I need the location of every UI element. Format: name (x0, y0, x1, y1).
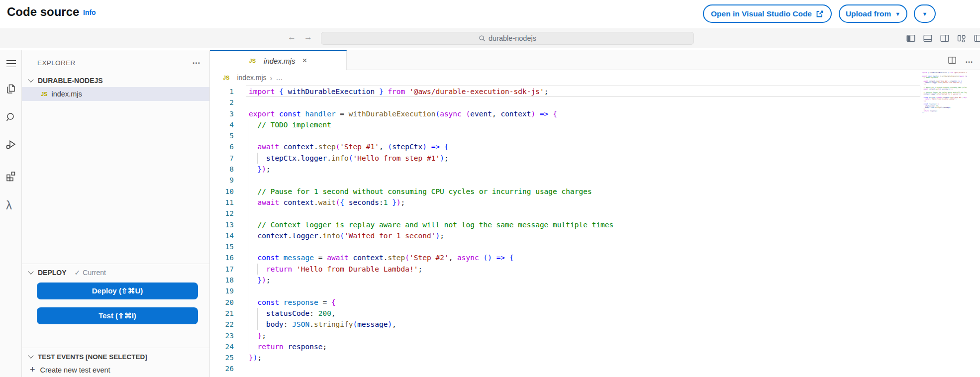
aws-lambda-icon[interactable]: λ (6, 199, 18, 211)
code-line: body: JSON.stringify(message), (249, 319, 613, 330)
explorer-title: EXPLORER (37, 59, 76, 67)
line-number: 10 (210, 186, 234, 197)
test-events-section-header[interactable]: TEST EVENTS [NONE SELECTED] (22, 351, 209, 363)
chevron-down-icon (28, 269, 33, 274)
fullscreen-icon[interactable] (973, 33, 980, 44)
editor-more-actions-icon[interactable]: … (965, 56, 973, 65)
code-line (922, 113, 967, 115)
command-center-text: durable-nodejs (489, 34, 536, 42)
code-line: await context.wait({ seconds:1 }); (249, 197, 613, 208)
explorer-more-icon[interactable]: … (192, 56, 200, 66)
menu-icon[interactable] (6, 58, 16, 70)
code-line: export const handler = withDurableExecut… (249, 108, 613, 119)
workbench: λ EXPLORER … DURABLE-NODEJS JS index.mjs… (0, 50, 980, 377)
code-line: statusCode: 200, (249, 308, 613, 319)
line-number: 11 (210, 197, 234, 208)
external-link-icon (816, 10, 824, 18)
tab-bar: JS index.mjs × … (210, 50, 980, 70)
editor-group: JS index.mjs × … JS index.mjs › … (210, 50, 980, 377)
code-line: context.logger.info('Waited for 1 second… (922, 94, 967, 95)
code-line: }); (249, 352, 613, 363)
close-tab-icon[interactable]: × (302, 56, 307, 66)
test-button[interactable]: Test (⇧⌘I) (37, 307, 198, 324)
code-line: stepCtx.logger.info('Hello from step #1'… (922, 82, 967, 84)
line-number: 19 (210, 285, 234, 296)
upload-from-label: Upload from (846, 9, 891, 18)
line-number: 23 (210, 330, 234, 341)
breadcrumb-file: index.mjs (237, 74, 266, 82)
line-number: 8 (210, 164, 234, 175)
code-line: import { withDurableExecution } from '@a… (922, 72, 967, 74)
breadcrumb-symbol: … (276, 74, 283, 82)
split-editor-icon[interactable] (947, 55, 957, 65)
line-number: 26 (210, 363, 234, 374)
code-line (249, 175, 613, 186)
toggle-sidebar-icon[interactable] (905, 33, 916, 44)
line-number: 15 (210, 241, 234, 252)
code-line (249, 208, 613, 219)
code-editor[interactable]: 1234567891011121314151617181920212223242… (210, 85, 980, 377)
editor-titlebar: ← → durable-nodejs (0, 28, 980, 48)
customize-layout-icon[interactable] (956, 33, 967, 44)
line-number: 13 (210, 219, 234, 230)
line-number: 22 (210, 319, 234, 330)
line-number: 3 (210, 108, 234, 119)
divider (22, 264, 209, 264)
code-line: }; (249, 330, 613, 341)
upload-from-button[interactable]: Upload from ▼ (839, 4, 907, 23)
file-index-mjs[interactable]: JS index.mjs (22, 87, 209, 101)
check-icon: ✓ (75, 269, 81, 277)
caret-down-icon: ▼ (895, 11, 900, 17)
breadcrumb[interactable]: JS index.mjs › … (210, 70, 980, 85)
code-line (249, 130, 613, 141)
deploy-section-header[interactable]: DEPLOY ✓Current (22, 266, 209, 279)
layout-controls (905, 33, 980, 44)
line-number: 5 (210, 130, 234, 141)
js-file-icon: JS (41, 91, 47, 97)
tab-actions: … (947, 50, 973, 70)
search-activity-icon[interactable] (5, 111, 17, 123)
folder-durable-nodejs[interactable]: DURABLE-NODEJS (22, 74, 209, 87)
code-line: return response; (249, 341, 613, 352)
extensions-icon[interactable] (5, 170, 17, 182)
nav-back-icon[interactable]: ← (288, 32, 296, 42)
line-number: 16 (210, 252, 234, 263)
aws-header: Code source Info Open in Visual Studio C… (0, 0, 980, 28)
line-number: 9 (210, 175, 234, 186)
code-line: const message = await context.step('Step… (249, 252, 613, 263)
lambda-code-source-page: Code source Info Open in Visual Studio C… (0, 0, 980, 377)
open-in-vscode-button[interactable]: Open in Visual Studio Code (703, 4, 832, 23)
code-line (249, 241, 613, 252)
caret-down-icon: ▼ (922, 11, 928, 17)
explorer-sidebar: EXPLORER … DURABLE-NODEJS JS index.mjs D… (22, 50, 210, 377)
deploy-button[interactable]: Deploy (⇧⌘U) (37, 283, 198, 299)
create-test-event-label: Create new test event (40, 366, 110, 374)
chevron-down-icon (28, 353, 33, 358)
code-line: stepCtx.logger.info('Hello from step #1'… (249, 153, 613, 164)
line-number: 1 (210, 86, 234, 97)
create-test-event-button[interactable]: + Create new test event (22, 364, 209, 377)
line-number-gutter: 1234567891011121314151617181920212223242… (210, 86, 234, 375)
code-line: context.logger.info('Waited for 1 second… (249, 230, 613, 241)
line-number: 25 (210, 352, 234, 363)
command-center-search[interactable]: durable-nodejs (321, 32, 694, 45)
toggle-secondary-sidebar-icon[interactable] (939, 33, 950, 44)
code-line: await context.step('Step #1', (stepCtx) … (249, 141, 613, 152)
nav-forward-icon[interactable]: → (304, 32, 312, 42)
line-number: 4 (210, 119, 234, 130)
run-debug-icon[interactable] (5, 139, 17, 151)
line-number: 2 (210, 97, 234, 108)
code-line: import { withDurableExecution } from '@a… (249, 86, 613, 97)
plus-icon: + (30, 365, 35, 375)
explorer-icon[interactable] (5, 83, 17, 95)
tab-index-mjs[interactable]: JS index.mjs × (210, 50, 347, 70)
line-number: 21 (210, 308, 234, 319)
more-actions-button[interactable]: ▼ (914, 4, 936, 23)
line-number: 18 (210, 275, 234, 285)
code-line: }); (249, 275, 613, 285)
info-link[interactable]: Info (83, 8, 96, 16)
toggle-panel-icon[interactable] (922, 33, 933, 44)
breadcrumb-chevron-icon: › (270, 74, 273, 82)
search-icon (479, 35, 486, 42)
minimap[interactable]: import { withDurableExecution } from '@a… (922, 72, 967, 118)
